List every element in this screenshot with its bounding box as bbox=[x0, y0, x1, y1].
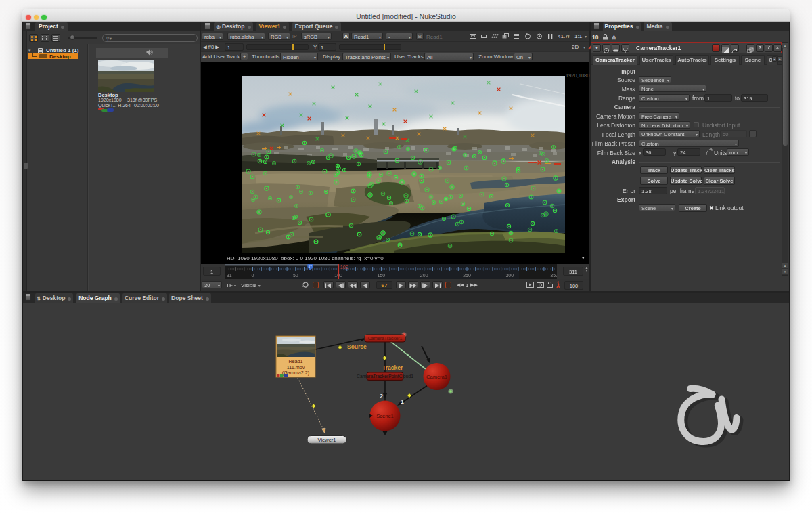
svg-text:300: 300 bbox=[505, 273, 514, 278]
svg-text:352: 352 bbox=[550, 273, 557, 278]
svg-text:Source: Source bbox=[347, 343, 367, 350]
svg-text:150: 150 bbox=[378, 273, 386, 278]
svg-text:0: 0 bbox=[252, 273, 254, 278]
svg-text:250: 250 bbox=[463, 273, 471, 278]
svg-text:1: 1 bbox=[401, 398, 404, 405]
svg-text:Tracker: Tracker bbox=[382, 364, 403, 371]
svg-text:100: 100 bbox=[340, 265, 348, 270]
svg-text:Viewer1: Viewer1 bbox=[318, 437, 336, 443]
svg-text:CameraTracker1: CameraTracker1 bbox=[368, 336, 403, 341]
svg-text:67: 67 bbox=[309, 265, 313, 269]
svg-text:‑31: ‑31 bbox=[225, 273, 232, 278]
svg-text:2: 2 bbox=[380, 393, 383, 400]
svg-text:Scene1: Scene1 bbox=[376, 413, 393, 419]
svg-text:50: 50 bbox=[293, 273, 298, 278]
svg-text:200: 200 bbox=[420, 273, 428, 278]
svg-text:CameraTrackerPointCloud1: CameraTrackerPointCloud1 bbox=[357, 374, 413, 379]
svg-text:Camera1: Camera1 bbox=[426, 374, 447, 380]
